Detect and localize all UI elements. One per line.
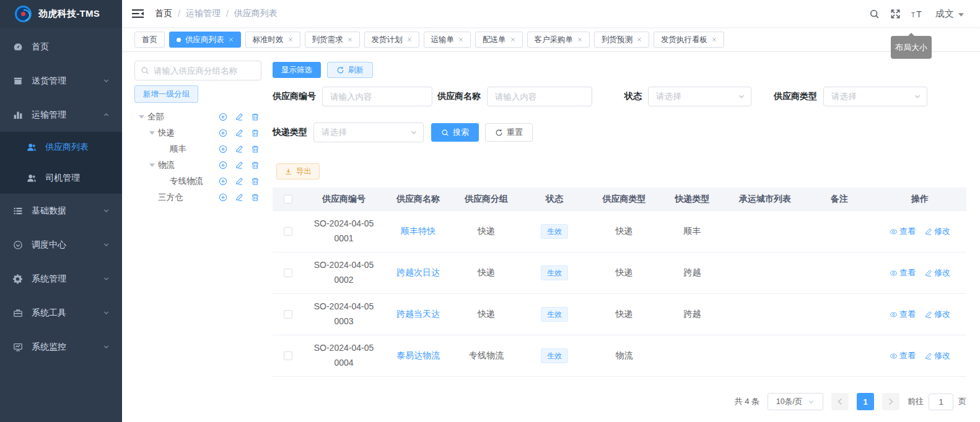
close-icon[interactable] [288, 37, 293, 42]
next-page-button[interactable] [882, 393, 899, 410]
refresh-button[interactable]: 刷新 [327, 62, 373, 78]
sidebar-item-5[interactable]: 系统管理 [0, 262, 122, 296]
circle-plus-icon[interactable] [219, 193, 227, 202]
row-checkbox[interactable] [284, 310, 292, 319]
close-icon[interactable] [229, 37, 234, 42]
tree-node-4[interactable]: 专线物流 [134, 173, 261, 189]
view-button[interactable]: 查看 [890, 349, 916, 363]
close-icon[interactable] [712, 37, 717, 42]
user-menu[interactable]: 成文 [935, 8, 964, 20]
circle-plus-icon[interactable] [219, 113, 227, 121]
sidebar-item-6[interactable]: 系统工具 [0, 296, 122, 330]
view-button[interactable]: 查看 [890, 308, 916, 321]
tree-node-5[interactable]: 三方仓 [134, 189, 261, 205]
caret-down-icon[interactable] [137, 115, 146, 119]
circle-plus-icon[interactable] [219, 161, 227, 170]
delete-icon[interactable] [251, 145, 260, 153]
sidebar-subitem-0[interactable]: 供应商列表 [0, 132, 122, 163]
edit-button[interactable]: 修改 [924, 225, 950, 238]
edit-icon[interactable] [235, 177, 243, 186]
supplier-name-link[interactable]: 泰易达物流 [396, 350, 440, 360]
breadcrumb-item[interactable]: 首页 [155, 8, 172, 19]
edit-icon[interactable] [235, 113, 243, 121]
add-group-button[interactable]: 新增一级分组 [134, 85, 198, 103]
close-icon[interactable] [577, 37, 582, 42]
close-icon[interactable] [407, 37, 412, 42]
edit-icon[interactable] [235, 193, 243, 202]
supplier-name-link[interactable]: 顺丰特快 [401, 226, 435, 236]
close-icon[interactable] [348, 37, 352, 42]
prev-page-button[interactable] [831, 393, 849, 410]
edit-button[interactable]: 修改 [924, 349, 950, 363]
tree-node-2[interactable]: 顺丰 [134, 141, 261, 157]
search-icon[interactable] [869, 9, 880, 19]
close-icon[interactable] [510, 37, 515, 42]
breadcrumb-item[interactable]: 运输管理 [186, 8, 221, 19]
fullscreen-icon[interactable] [890, 9, 901, 19]
page-size-select[interactable]: 10条/页 [768, 393, 823, 410]
edit-icon[interactable] [235, 161, 243, 170]
close-icon[interactable] [458, 37, 463, 42]
caret-down-icon[interactable] [147, 131, 157, 135]
delete-icon[interactable] [251, 193, 260, 202]
view-button[interactable]: 查看 [890, 225, 916, 238]
page-number-button[interactable]: 1 [857, 393, 874, 410]
filter-input-1[interactable] [487, 87, 592, 106]
tab-2[interactable]: 标准时效 [245, 32, 300, 48]
tab-9[interactable]: 发货执行看板 [654, 32, 724, 48]
circle-plus-icon[interactable] [219, 145, 227, 153]
delete-icon[interactable] [251, 113, 260, 121]
search-button[interactable]: 搜索 [431, 123, 479, 142]
view-button[interactable]: 查看 [890, 266, 916, 280]
select-all-checkbox[interactable] [284, 195, 292, 204]
tree-node-3[interactable]: 物流 [134, 157, 261, 173]
filter-input-0[interactable] [322, 87, 432, 106]
edit-button[interactable]: 修改 [924, 308, 950, 321]
sidebar-item-2[interactable]: 运输管理 [0, 98, 122, 132]
reset-button[interactable]: 重置 [485, 123, 533, 142]
chevron-down-icon [103, 241, 110, 248]
edit-icon[interactable] [235, 145, 243, 153]
row-checkbox[interactable] [284, 351, 292, 360]
export-button[interactable]: 导出 [276, 163, 320, 179]
row-checkbox[interactable] [284, 227, 292, 236]
tab-6[interactable]: 配送单 [475, 32, 523, 48]
tab-7[interactable]: 客户采购单 [527, 32, 590, 48]
sidebar-item-3[interactable]: 基础数据 [0, 194, 122, 228]
tab-4[interactable]: 发货计划 [364, 32, 419, 48]
text-input[interactable] [488, 92, 592, 101]
supplier-name-link[interactable]: 跨越当天达 [396, 309, 440, 319]
edit-button[interactable]: 修改 [924, 266, 950, 280]
filter-select-2[interactable]: 请选择 [648, 87, 751, 106]
circle-plus-icon[interactable] [219, 177, 227, 186]
collapse-sidebar-icon[interactable] [132, 9, 144, 19]
sidebar-item-1[interactable]: 送货管理 [0, 64, 122, 98]
tree-node-0[interactable]: 全部 [134, 109, 261, 125]
tree-node-1[interactable]: 快递 [134, 125, 261, 141]
caret-down-icon[interactable] [147, 163, 157, 167]
close-icon[interactable] [637, 37, 642, 42]
group-search-input[interactable] [154, 66, 255, 75]
tab-1[interactable]: 供应商列表 [169, 32, 241, 48]
filter-select-4[interactable]: 请选择 [313, 123, 424, 142]
sidebar-item-7[interactable]: 系统监控 [0, 330, 122, 364]
text-input[interactable] [323, 92, 432, 101]
delete-icon[interactable] [251, 129, 260, 137]
edit-icon[interactable] [235, 129, 243, 137]
goto-page-input[interactable] [929, 394, 953, 410]
circle-plus-icon[interactable] [219, 129, 227, 137]
row-checkbox[interactable] [284, 269, 292, 277]
sidebar-item-0[interactable]: 首页 [0, 30, 122, 64]
sidebar-subitem-1[interactable]: 司机管理 [0, 163, 122, 194]
supplier-name-link[interactable]: 跨越次日达 [396, 267, 440, 277]
tab-3[interactable]: 到货需求 [305, 32, 360, 48]
delete-icon[interactable] [251, 161, 260, 170]
tab-0[interactable]: 首页 [134, 32, 165, 48]
filter-select-3[interactable]: 请选择 [823, 87, 927, 106]
delete-icon[interactable] [251, 177, 260, 186]
tab-5[interactable]: 运输单 [424, 32, 471, 48]
show-filter-button[interactable]: 显示筛选 [273, 62, 321, 78]
font-size-icon[interactable]: TT [911, 9, 925, 19]
tab-8[interactable]: 到货预测 [594, 32, 649, 48]
sidebar-item-4[interactable]: 调度中心 [0, 228, 122, 262]
